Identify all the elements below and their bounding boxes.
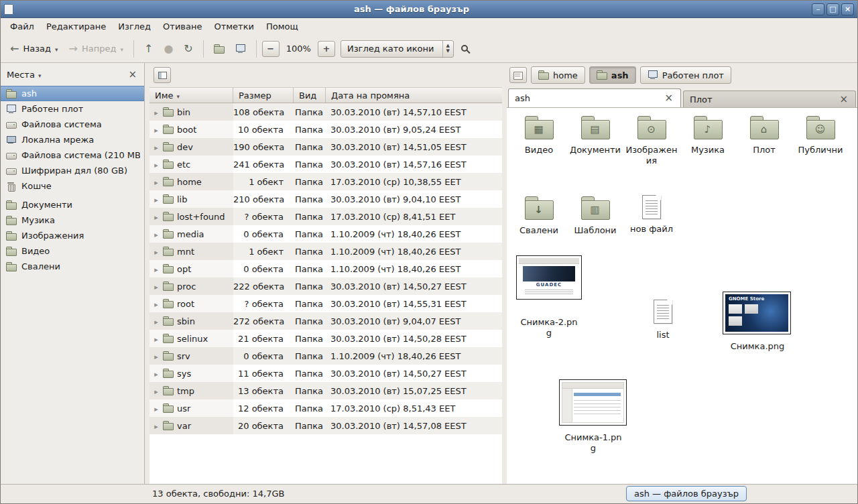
expander-icon[interactable] (153, 386, 160, 396)
file-row[interactable]: etc 241 обекта Папка 30.03.2010 (вт) 14,… (149, 155, 502, 173)
tab-close-icon[interactable] (663, 93, 674, 103)
column-header-size[interactable]: Размер (233, 88, 294, 103)
sidebar-item[interactable]: Музика (1, 212, 144, 228)
reload-button[interactable]: ↻ (179, 40, 197, 58)
expander-icon[interactable] (153, 212, 160, 222)
path-button-home[interactable]: home (531, 66, 585, 84)
file-label[interactable]: Снимка-1.png (564, 432, 622, 454)
column-header-name[interactable]: Име (149, 88, 233, 103)
view-mode-select[interactable]: Изглед като икони (341, 40, 454, 58)
file-row[interactable]: lost+found ? обекта Папка 17.03.2010 (ср… (149, 208, 502, 225)
search-button[interactable] (455, 40, 475, 58)
pane-splitter[interactable] (502, 63, 507, 484)
tab[interactable]: ash (508, 88, 681, 107)
pathbar-root-button[interactable] (509, 67, 527, 83)
menu-item[interactable]: Файл (4, 19, 40, 34)
file-label[interactable]: Снимка.png (729, 341, 786, 352)
expander-icon[interactable] (153, 369, 160, 379)
chevron-down-icon[interactable] (55, 44, 58, 54)
maximize-button[interactable] (826, 3, 839, 15)
tab[interactable]: Плот (683, 90, 856, 107)
sidebar-item[interactable]: Файлова система (210 MB) (1, 147, 144, 163)
zoom-in-button[interactable]: + (318, 41, 335, 57)
image-thumbnail[interactable]: GNOME Store (723, 292, 791, 334)
expander-icon[interactable] (153, 142, 160, 152)
expander-icon[interactable] (153, 316, 160, 326)
folder-item[interactable]: Документи (567, 115, 623, 167)
spinner-arrows-icon[interactable] (442, 41, 453, 57)
file-item[interactable]: list (644, 300, 682, 340)
folder-item[interactable]: Музика (680, 115, 736, 167)
sidebar-item[interactable]: ash (1, 86, 144, 101)
column-header-date[interactable]: Дата на промяна (326, 88, 502, 103)
expander-icon[interactable] (153, 351, 160, 361)
sidebar-item[interactable]: Свалени (1, 259, 144, 274)
location-toggle-button[interactable] (154, 67, 171, 83)
sidebar-close-icon[interactable] (127, 70, 138, 80)
file-label[interactable]: Снимка-2.png (520, 317, 578, 339)
up-button[interactable]: ↑ (139, 40, 158, 58)
sidebar-item[interactable]: Видео (1, 243, 144, 259)
close-button[interactable] (841, 3, 854, 15)
sidebar-item[interactable]: Работен плот (1, 101, 144, 117)
folder-item[interactable]: Свалени (511, 195, 567, 236)
file-row[interactable]: boot 10 обекта Папка 30.03.2010 (вт) 9,0… (149, 121, 502, 138)
folder-item[interactable]: Изображения (623, 115, 680, 167)
file-row[interactable]: usr 12 обекта Папка 17.03.2010 (ср) 8,51… (149, 399, 502, 417)
expander-icon[interactable] (153, 125, 160, 135)
sidebar-item[interactable]: Шифриран дял (80 GB) (1, 163, 144, 178)
back-button[interactable]: ← Назад (5, 40, 63, 58)
file-row[interactable]: home 1 обект Папка 17.03.2010 (ср) 10,38… (149, 173, 502, 190)
sidebar-item[interactable]: Кошче (1, 178, 144, 194)
file-row[interactable]: bin 108 обекта Папка 30.03.2010 (вт) 14,… (149, 103, 502, 121)
folder-item[interactable]: Публични (792, 115, 849, 167)
folder-item[interactable]: Шаблони (567, 195, 623, 236)
file-row[interactable]: sys 11 обекта Папка 30.03.2010 (вт) 14,5… (149, 365, 502, 382)
file-row[interactable]: root ? обекта Папка 30.03.2010 (вт) 14,5… (149, 295, 502, 312)
path-button-desktop[interactable]: Работен плот (640, 66, 731, 84)
image-thumbnail[interactable]: GUADEC (516, 255, 582, 300)
path-button-current[interactable]: ash (589, 66, 636, 84)
menu-item[interactable]: Редактиране (40, 19, 112, 34)
expander-icon[interactable] (153, 160, 160, 170)
file-row[interactable]: opt 0 обекта Папка 1.10.2009 (чт) 18,40,… (149, 260, 502, 277)
file-row[interactable]: lib 210 обекта Папка 30.03.2010 (вт) 9,0… (149, 190, 502, 208)
tab-close-icon[interactable] (838, 94, 849, 105)
file-row[interactable]: media 0 обекта Папка 1.10.2009 (чт) 18,4… (149, 225, 502, 243)
folder-item[interactable]: Видео (511, 115, 567, 167)
titlebar[interactable]: ash — файлов браузър (1, 1, 857, 18)
taskbar-window-button[interactable]: ash — файлов браузър (626, 486, 747, 501)
computer-button[interactable] (231, 40, 251, 58)
file-item[interactable]: нов файл (623, 195, 680, 236)
icon-view[interactable]: Видео Документи Изображения (507, 107, 857, 484)
file-row[interactable]: proc 222 обекта Папка 30.03.2010 (вт) 14… (149, 277, 502, 295)
sidebar-item[interactable]: Файлова система (1, 117, 144, 132)
menu-item[interactable]: Отиване (157, 19, 208, 34)
minimize-button[interactable] (812, 3, 824, 15)
expander-icon[interactable] (153, 229, 160, 239)
chevron-down-icon[interactable] (38, 70, 42, 80)
file-row[interactable]: var 20 обекта Папка 30.03.2010 (вт) 14,5… (149, 417, 502, 434)
file-row[interactable]: sbin 272 обекта Папка 30.03.2010 (вт) 9,… (149, 312, 502, 330)
sidebar-title[interactable]: Места (7, 70, 35, 80)
sidebar-item[interactable]: Локална мрежа (1, 132, 144, 147)
file-row[interactable]: tmp 13 обекта Папка 30.03.2010 (вт) 15,0… (149, 382, 502, 399)
pane-splitter[interactable] (145, 63, 149, 484)
image-thumbnail[interactable] (559, 379, 627, 426)
expander-icon[interactable] (153, 107, 160, 117)
menu-item[interactable]: Изглед (112, 19, 157, 34)
expander-icon[interactable] (153, 194, 160, 204)
expander-icon[interactable] (153, 403, 160, 414)
file-row[interactable]: selinux 21 обекта Папка 30.03.2010 (вт) … (149, 330, 502, 347)
file-row[interactable]: dev 190 обекта Папка 30.03.2010 (вт) 14,… (149, 138, 502, 155)
expander-icon[interactable] (153, 334, 160, 344)
expander-icon[interactable] (153, 264, 160, 274)
menu-item[interactable]: Помощ (260, 19, 304, 34)
file-row[interactable]: mnt 1 обект Папка 1.10.2009 (чт) 18,40,2… (149, 243, 502, 260)
expander-icon[interactable] (153, 177, 160, 187)
column-header-type[interactable]: Вид (294, 88, 326, 103)
expander-icon[interactable] (153, 281, 160, 292)
sidebar-item[interactable]: Документи (1, 197, 144, 212)
folder-item[interactable]: Плот (736, 115, 792, 167)
zoom-out-button[interactable]: − (262, 41, 280, 57)
